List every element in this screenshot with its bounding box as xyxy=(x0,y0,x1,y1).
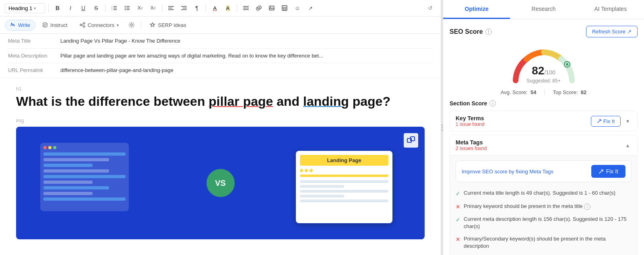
check-info-icon-2[interactable]: i xyxy=(584,204,590,210)
meta-checks-list: ✓ Current meta title length is 49 char(s… xyxy=(456,187,632,252)
avg-score: Avg. Score: 54 xyxy=(501,89,537,95)
meta-section: Meta Title Landing Page Vs Pillar Page -… xyxy=(0,34,441,78)
check-ok-icon-3: ✓ xyxy=(456,216,460,224)
link-button[interactable] xyxy=(253,2,264,14)
line-9 xyxy=(43,197,126,201)
score-stats: Avg. Score: 54 Top Score: 82 xyxy=(450,89,638,95)
meta-tags-header: Meta Tags 2 issues found ▴ xyxy=(450,135,637,155)
tab-ai-templates-label: AI Templates xyxy=(594,6,627,12)
emoji-button[interactable]: ☺ xyxy=(292,2,303,14)
content-area[interactable]: h1 What is the difference between pillar… xyxy=(0,78,441,255)
instruct-tab-label: Instruct xyxy=(50,22,68,28)
serp-ideas-label: SERP Ideas xyxy=(158,22,186,28)
tab-ai-templates[interactable]: AI Templates xyxy=(577,0,644,19)
dot-red xyxy=(43,146,47,149)
align-justify-button[interactable] xyxy=(240,2,252,14)
indent-button[interactable]: ¶ xyxy=(191,2,202,14)
toolbar-row2: Write Instruct Connectors ▾ SERP Ideas xyxy=(0,16,441,34)
browser-mockup-right: Landing Page xyxy=(296,151,392,223)
key-terms-expand-button[interactable]: ▾ xyxy=(624,117,632,125)
table-button[interactable] xyxy=(279,2,290,14)
browser-dots-right xyxy=(300,169,388,172)
dot-yellow xyxy=(48,146,52,149)
unordered-list-button[interactable] xyxy=(122,2,133,14)
line-5 xyxy=(43,175,126,178)
meta-url-value[interactable]: difference-between-pillar-page-and-landi… xyxy=(60,66,433,74)
image-button[interactable] xyxy=(266,2,277,14)
underline-button[interactable]: U xyxy=(78,2,89,14)
line-2 xyxy=(43,158,109,161)
meta-tags-collapse-button[interactable]: ▴ xyxy=(624,141,632,149)
h1-label: h1 xyxy=(16,86,425,92)
key-terms-fix-button[interactable]: Fix It xyxy=(591,116,621,127)
meta-improve-bar: Improve SEO score by fixing Meta Tags Fi… xyxy=(456,160,632,182)
toolbar-divider-2 xyxy=(105,4,105,12)
serp-ideas-tab[interactable]: SERP Ideas xyxy=(144,20,192,31)
refresh-score-label: Refresh Score xyxy=(592,29,625,35)
align-left-button[interactable] xyxy=(165,2,177,14)
section-score-info-icon[interactable]: i xyxy=(489,100,496,107)
meta-tags-issues: 2 issues found xyxy=(456,146,487,151)
key-terms-label-group: Key Terms 1 issue found xyxy=(456,115,484,127)
svg-rect-28 xyxy=(43,23,47,27)
history-button[interactable]: ↺ xyxy=(425,2,436,14)
score-suggested: Suggested: 85+ xyxy=(526,78,560,84)
settings-button[interactable] xyxy=(126,19,138,31)
heading-select[interactable]: Heading 1 ▾ xyxy=(5,3,45,13)
tab-optimize[interactable]: Optimize xyxy=(443,0,510,19)
tab-research[interactable]: Research xyxy=(510,0,577,19)
font-color-button[interactable]: A xyxy=(209,2,221,14)
seo-score-title-group: SEO Score i xyxy=(450,28,492,35)
subscript-button[interactable]: X2 xyxy=(134,2,146,14)
instruct-tab[interactable]: Instruct xyxy=(37,20,73,31)
write-tab-label: Write xyxy=(18,22,30,28)
bold-button[interactable]: B xyxy=(52,2,63,14)
right-dot-1 xyxy=(300,169,303,172)
check-item-2: ✕ Primary keyword should be present in t… xyxy=(456,200,632,214)
meta-improve-text: Improve SEO score by fixing Meta Tags xyxy=(462,169,553,175)
seo-score-header: SEO Score i Refresh Score ↗ xyxy=(450,26,638,37)
right-line-5 xyxy=(300,199,388,202)
top-label: Top Score: xyxy=(553,89,578,95)
browser-dots-left xyxy=(43,146,126,149)
top-score: Top Score: 82 xyxy=(553,89,586,95)
meta-tags-actions: ▴ xyxy=(624,141,632,149)
article-title[interactable]: What is the difference between pillar pa… xyxy=(16,93,425,110)
image-logo xyxy=(404,133,418,148)
right-panel: Optimize Research AI Templates SEO Score… xyxy=(443,0,644,255)
right-url-bar xyxy=(300,175,388,177)
italic-button[interactable]: I xyxy=(65,2,76,14)
write-tab[interactable]: Write xyxy=(5,20,35,31)
toolbar2-divider xyxy=(141,21,141,29)
toolbar-divider-4 xyxy=(206,4,206,12)
toolbar-divider-1 xyxy=(48,4,49,12)
meta-title-value[interactable]: Landing Page Vs Pillar Page - Know The D… xyxy=(60,37,433,45)
seo-score-info-icon[interactable]: i xyxy=(485,29,492,35)
line-4 xyxy=(43,169,109,173)
top-value: 82 xyxy=(581,89,586,95)
font-highlight-button[interactable]: A xyxy=(222,2,233,14)
meta-desc-value[interactable]: Pillar page and landing page are two ama… xyxy=(60,52,433,60)
landing-page-label: Landing Page xyxy=(300,155,388,166)
meta-desc-row: Meta Description Pillar page and landing… xyxy=(8,49,433,64)
svg-line-34 xyxy=(82,24,83,25)
embed-button[interactable]: ↗ xyxy=(305,2,316,14)
meta-tags-fix-button[interactable]: Fix It xyxy=(591,165,625,178)
article-image: VS Landing Page xyxy=(16,127,425,239)
check-ok-icon-1: ✓ xyxy=(456,190,460,198)
ordered-list-button[interactable]: 123 xyxy=(109,2,120,14)
tab-research-label: Research xyxy=(532,6,556,12)
meta-url-row: URL Permalink difference-between-pillar-… xyxy=(8,63,433,78)
check-item-4: ✕ Primary/Secondary keyword(s) should be… xyxy=(456,233,632,252)
svg-point-36 xyxy=(131,24,133,26)
score-number: 82 xyxy=(532,64,544,77)
editor-panel: Heading 1 ▾ B I U S 123 X2 X2 ¶ A A xyxy=(0,0,441,255)
strikethrough-button[interactable]: S xyxy=(91,2,102,14)
align-right-button[interactable] xyxy=(178,2,190,14)
superscript-button[interactable]: X2 xyxy=(147,2,159,14)
key-terms-item: Key Terms 1 issue found Fix It ▾ xyxy=(450,111,638,132)
svg-point-9 xyxy=(125,6,126,7)
connectors-tab[interactable]: Connectors ▾ xyxy=(74,20,124,31)
line-1 xyxy=(43,152,126,156)
refresh-score-button[interactable]: Refresh Score ↗ xyxy=(586,26,638,37)
